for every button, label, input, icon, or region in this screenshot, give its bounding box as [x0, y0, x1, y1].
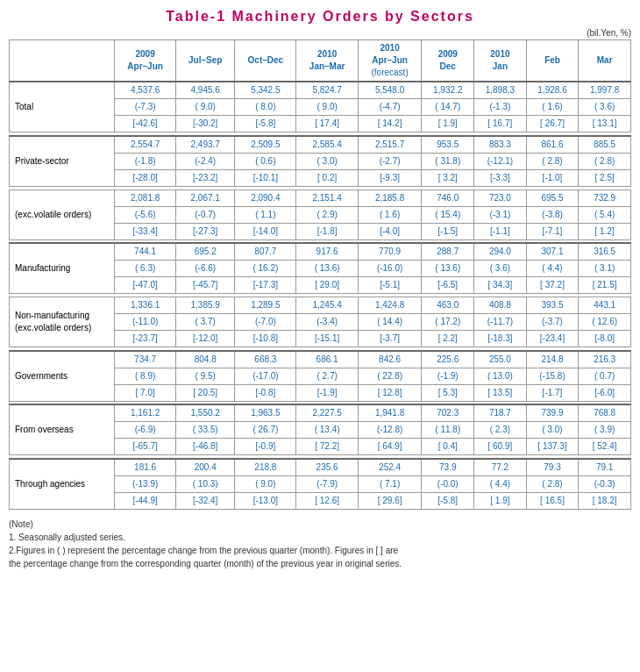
table-cell: (-1.9) [422, 368, 474, 384]
table-cell: ( 9.5) [176, 368, 235, 384]
table-cell: ( 1.6) [526, 99, 579, 116]
table-cell: 744.1 [115, 243, 176, 261]
table-cell: ( 2.9) [296, 206, 358, 223]
table-cell: [ 0.2] [296, 169, 358, 186]
table-cell: 1,385.9 [176, 297, 235, 314]
table-cell: 718.7 [474, 404, 527, 422]
table-cell: 216.3 [579, 351, 631, 368]
table-cell: [-15.1] [296, 331, 358, 347]
table-cell: [-3.7] [358, 331, 422, 347]
table-cell: [-23.4] [526, 331, 579, 347]
table-cell: 408.8 [474, 297, 527, 314]
table-cell: (-3.7) [526, 314, 579, 331]
table-cell: 307.1 [526, 243, 579, 261]
table-cell: ( 12.6) [579, 314, 631, 331]
table-cell: 4,537.6 [115, 82, 176, 99]
table-cell: (-15.8) [526, 368, 579, 384]
table-cell: 5,342.5 [235, 82, 296, 99]
table-cell: 953.5 [422, 136, 474, 154]
table-cell: [ 13.5] [474, 384, 527, 401]
table-cell: [ 1.9] [474, 492, 527, 509]
table-cell: ( 31.8) [422, 153, 474, 169]
table-cell: 739.9 [526, 404, 579, 422]
table-cell: 885.5 [579, 136, 631, 154]
table-cell: [-0.8] [235, 384, 296, 401]
table-cell: [ 16.5] [526, 492, 579, 509]
table-cell: 5,548.0 [358, 82, 422, 99]
col-header-2010jan: 2010Jan–Mar [296, 40, 358, 82]
table-cell: 1,424.8 [358, 297, 422, 314]
table-cell: ( 3.9) [579, 422, 631, 439]
table-cell: (-7.3) [115, 99, 176, 116]
table-cell: ( 15.4) [422, 206, 474, 223]
table-cell: [ 52.4] [579, 439, 631, 455]
table-cell: 883.3 [474, 136, 527, 154]
table-cell: (-7.9) [296, 475, 358, 492]
table-cell: 1,997.8 [579, 82, 631, 99]
table-cell: [-5.1] [358, 277, 422, 294]
table-cell: 807.7 [235, 243, 296, 261]
table-cell: [ 29.6] [358, 492, 422, 509]
row-label: Non-manufacturing(exc.volatile orders) [10, 297, 115, 347]
col-header-2010janm: 2010Jan [474, 40, 527, 82]
table-cell: [ 2.2] [422, 331, 474, 347]
table-cell: [-23.7] [115, 331, 176, 347]
table-cell: [ 1.9] [422, 116, 474, 132]
table-cell: (-12.1) [474, 153, 527, 169]
table-cell: 2,493.7 [176, 136, 235, 154]
table-cell: [-65.7] [115, 439, 176, 455]
table-cell: 1,289.5 [235, 297, 296, 314]
table-cell: [-32.4] [176, 492, 235, 509]
table-cell: (-2.7) [358, 153, 422, 169]
table-cell: (-16.0) [358, 261, 422, 277]
table-cell: 79.1 [579, 459, 631, 476]
table-cell: (-6.9) [115, 422, 176, 439]
table-cell: [-4.0] [358, 223, 422, 239]
col-header-2010apr: 2010Apr–Jun(forecast) [358, 40, 422, 82]
row-label: Total [10, 82, 115, 132]
table-cell: [ 14.2] [358, 116, 422, 132]
table-cell: 2,090.4 [235, 189, 296, 206]
table-cell: [-45.7] [176, 277, 235, 294]
table-cell: [-7.1] [526, 223, 579, 239]
table-cell: [ 34.3] [474, 277, 527, 294]
table-cell: 734.7 [115, 351, 176, 368]
table-cell: [-10.1] [235, 169, 296, 186]
table-cell: ( 3.1) [579, 261, 631, 277]
table-cell: ( 1.6) [358, 206, 422, 223]
table-cell: 181.6 [115, 459, 176, 476]
table-cell: 1,245.4 [296, 297, 358, 314]
table-cell: ( 4.4) [526, 261, 579, 277]
table-cell: ( 7.1) [358, 475, 422, 492]
table-cell: (-5.6) [115, 206, 176, 223]
table-cell: ( 3.7) [176, 314, 235, 331]
table-cell: ( 14.7) [422, 99, 474, 116]
table-cell: [ 137.3] [526, 439, 579, 455]
row-label: Governments [10, 351, 115, 402]
row-label: From overseas [10, 404, 115, 455]
table-cell: 1,928.6 [526, 82, 579, 99]
table-cell: 294.0 [474, 243, 527, 261]
table-cell: 4,945.6 [176, 82, 235, 99]
table-cell: (-6.6) [176, 261, 235, 277]
table-cell: 1,161.2 [115, 404, 176, 422]
table-cell: ( 0.7) [579, 368, 631, 384]
table-cell: ( 17.2) [422, 314, 474, 331]
table-cell: (-11.0) [115, 314, 176, 331]
table-cell: 668.3 [235, 351, 296, 368]
table-cell: [-5.8] [235, 116, 296, 132]
table-cell: [-17.3] [235, 277, 296, 294]
table-cell: ( 16.2) [235, 261, 296, 277]
table-cell: [-1.5] [422, 223, 474, 239]
table-cell: 214.8 [526, 351, 579, 368]
table-cell: [ 3.2] [422, 169, 474, 186]
table-cell: (-0.3) [579, 475, 631, 492]
table-cell: 1,336.1 [115, 297, 176, 314]
table-cell: 746.0 [422, 189, 474, 206]
table-cell: [-3.3] [474, 169, 527, 186]
table-cell: ( 5.4) [579, 206, 631, 223]
col-header-2009apr: 2009Apr–Jun [115, 40, 176, 82]
table-cell: (-11.7) [474, 314, 527, 331]
table-cell: ( 4.4) [474, 475, 527, 492]
table-cell: 2,067.1 [176, 189, 235, 206]
